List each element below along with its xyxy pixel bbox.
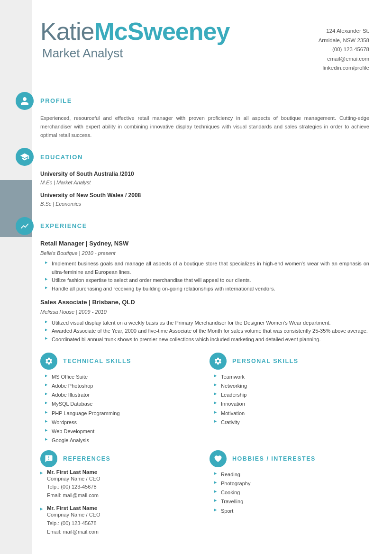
personal-skills-col: PERSONAL SKILLS Teamwork Networking Lead… xyxy=(205,353,369,445)
exp-company-2: Melissa House | 2009 - 2010 xyxy=(40,308,369,317)
edu-entry-1: University of South Australia /2010 M.Ec… xyxy=(40,170,369,187)
hobbies-icon xyxy=(210,450,227,467)
pers-skill-4: Innovation xyxy=(214,400,369,409)
ref-email-1: Email: mail@mail.com xyxy=(47,491,200,500)
pers-skill-2: Networking xyxy=(214,381,369,391)
phone: (00) 123 45678 xyxy=(319,45,369,54)
ref-phone-1: Telp.: (00) 123-45678 xyxy=(47,483,200,491)
personal-skills-title: PERSONAL SKILLS xyxy=(232,358,299,364)
tech-skill-8: Google Analysis xyxy=(45,436,200,445)
hobbies-list: Reading Photography Cooking Travelling S… xyxy=(210,470,369,516)
exp-bullet-1-1: Implement business goals and manage all … xyxy=(45,260,369,276)
tech-skill-6: Wordpress xyxy=(45,418,200,427)
first-name: Katie xyxy=(40,18,94,45)
header-name-block: KatieMcSweeney Market Analyst xyxy=(40,18,229,61)
edu-degree-1: University of South Australia /2010 xyxy=(40,170,369,179)
hobby-3: Cooking xyxy=(214,488,369,497)
profile-icon xyxy=(16,92,34,110)
personal-skills-list: Teamwork Networking Leadership Innovatio… xyxy=(210,372,369,427)
tech-skill-5: PHP Language Programming xyxy=(45,409,200,418)
tech-skill-4: MySQL Database xyxy=(45,400,200,409)
exp-bullet-1-3: Handle all purchasing and receiving by b… xyxy=(45,285,369,293)
exp-title-2: Sales Associate | Brisbane, QLD xyxy=(40,298,369,308)
ref-phone-2: Telp.: (00) 123-45678 xyxy=(47,519,200,528)
tech-skill-1: MS Office Suite xyxy=(45,372,200,381)
personal-skills-header: PERSONAL SKILLS xyxy=(210,353,369,370)
edu-degree-2: University of New South Wales / 2008 xyxy=(40,191,369,200)
education-icon xyxy=(16,148,34,166)
experience-icon xyxy=(16,217,34,235)
ref-email-2: Email: mail@mail.com xyxy=(47,528,200,536)
experience-section: EXPERIENCE Retail Manager | Sydney, NSW … xyxy=(40,217,369,344)
header: KatieMcSweeney Market Analyst 124 Alexan… xyxy=(0,0,392,82)
ref-entry-1: Mr. First Last Name Compnay Name / CEO T… xyxy=(40,469,200,500)
exp-title-1: Retail Manager | Sydney, NSW xyxy=(40,239,369,249)
skills-area: TECHNICAL SKILLS MS Office Suite Adobe P… xyxy=(40,353,369,445)
address-line2: Armidale, NSW 2358 xyxy=(319,36,369,45)
ref-company-2: Compnay Name / CEO xyxy=(47,511,200,519)
tech-skill-7: Web Development xyxy=(45,427,200,436)
pers-skill-3: Leadership xyxy=(214,391,369,400)
tech-skill-3: Adobe Illustrator xyxy=(45,391,200,400)
header-contact: 124 Alexander St. Armidale, NSW 2358 (00… xyxy=(319,27,369,73)
full-name: KatieMcSweeney xyxy=(40,18,229,45)
exp-bullet-1-2: Utilize fashion expertise to select and … xyxy=(45,276,369,285)
hobby-2: Photography xyxy=(214,479,369,488)
address-line1: 124 Alexander St. xyxy=(319,27,369,36)
tech-skill-2: Adobe Photoshop xyxy=(45,381,200,391)
references-title: REFERENCES xyxy=(63,455,110,462)
hobbies-title: HOBBIES / INTERESTES xyxy=(232,455,316,462)
education-header: EDUCATION xyxy=(40,148,369,166)
ref-company-1: Compnay Name / CEO xyxy=(47,475,200,483)
edu-entry-2: University of New South Wales / 2008 B.S… xyxy=(40,191,369,209)
exp-company-1: Bella's Boutique | 2010 - present xyxy=(40,249,369,258)
technical-skills-header: TECHNICAL SKILLS xyxy=(40,353,200,370)
profile-header: PROFILE xyxy=(40,92,369,110)
personal-skills-icon xyxy=(210,353,227,370)
ref-name-1: Mr. First Last Name xyxy=(47,469,200,475)
technical-skills-title: TECHNICAL SKILLS xyxy=(63,358,131,364)
experience-body: Retail Manager | Sydney, NSW Bella's Bou… xyxy=(40,239,369,344)
page-content: KatieMcSweeney Market Analyst 124 Alexan… xyxy=(0,0,392,554)
experience-title: EXPERIENCE xyxy=(40,222,87,229)
profile-title: PROFILE xyxy=(40,97,72,104)
pers-skill-1: Teamwork xyxy=(214,372,369,381)
technical-skills-list: MS Office Suite Adobe Photoshop Adobe Il… xyxy=(40,372,200,445)
job-title: Market Analyst xyxy=(40,46,229,61)
technical-skills-col: TECHNICAL SKILLS MS Office Suite Adobe P… xyxy=(40,353,205,445)
references-icon xyxy=(40,450,57,467)
exp-bullet-2-1: Utilized visual display talent on a week… xyxy=(45,319,369,327)
profile-section: PROFILE Experienced, resourceful and eff… xyxy=(40,92,369,139)
hobbies-col: HOBBIES / INTERESTES Reading Photography… xyxy=(205,450,369,542)
pers-skill-5: Motivation xyxy=(214,409,369,418)
technical-skills-icon xyxy=(40,353,57,370)
exp-bullets-2: Utilized visual display talent on a week… xyxy=(40,319,369,344)
hobby-4: Travelling xyxy=(214,497,369,506)
edu-sub-1: M.Ec | Market Analyst xyxy=(40,179,369,187)
education-title: EDUCATION xyxy=(40,154,83,161)
exp-bullets-1: Implement business goals and manage all … xyxy=(40,260,369,293)
exp-entry-1: Retail Manager | Sydney, NSW Bella's Bou… xyxy=(40,239,369,293)
email: email@emai.com xyxy=(319,54,369,64)
profile-text: Experienced, resourceful and effective r… xyxy=(40,114,369,139)
edu-sub-2: B.Sc | Economics xyxy=(40,200,369,209)
bottom-area: REFERENCES Mr. First Last Name Compnay N… xyxy=(40,450,369,542)
ref-name-2: Mr. First Last Name xyxy=(47,505,200,511)
main-body: PROFILE Experienced, resourceful and eff… xyxy=(0,82,392,554)
exp-entry-2: Sales Associate | Brisbane, QLD Melissa … xyxy=(40,298,369,344)
hobbies-header: HOBBIES / INTERESTES xyxy=(210,450,369,467)
ref-entry-2: Mr. First Last Name Compnay Name / CEO T… xyxy=(40,505,200,536)
exp-bullet-2-3: Coordinated bi-annual trunk shows to pre… xyxy=(45,336,369,344)
linkedin: linkedin.com/profile xyxy=(319,64,369,73)
experience-header: EXPERIENCE xyxy=(40,217,369,235)
education-section: EDUCATION University of South Australia … xyxy=(40,148,369,209)
pers-skill-6: Crativity xyxy=(214,418,369,427)
education-body: University of South Australia /2010 M.Ec… xyxy=(40,170,369,209)
last-name: McSweeney xyxy=(94,18,230,45)
hobby-1: Reading xyxy=(214,470,369,479)
exp-bullet-2-2: Awarded Associate of the Year, 2000 and … xyxy=(45,327,369,336)
hobby-5: Sport xyxy=(214,507,369,516)
references-header: REFERENCES xyxy=(40,450,200,467)
references-col: REFERENCES Mr. First Last Name Compnay N… xyxy=(40,450,205,542)
